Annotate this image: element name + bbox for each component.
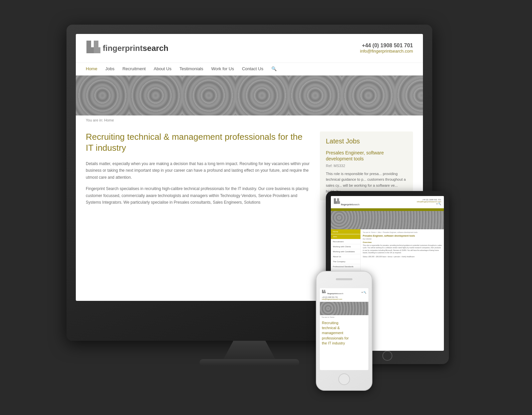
tablet-main-content: You are in: Home > Jobs > Presales Engin… [361, 229, 444, 351]
phone-hero-title: Recruiting technical & management profes… [322, 320, 366, 346]
breadcrumb: You are in: Home [76, 115, 423, 125]
tablet-hero [331, 211, 444, 229]
phone-number: +44 (0) 1908 501 701 [360, 43, 413, 49]
phone-screen: fingerprintsearch ≡ 🔍 +44 (0) 1908 501 7… [320, 288, 368, 370]
content-para-1: Details matter, especially when you are … [86, 160, 310, 181]
content-left: Recruiting technical & management profes… [86, 131, 310, 294]
scene: fingerprintsearch +44 (0) 1908 501 701 i… [66, 25, 466, 391]
tablet-nav-bar [331, 208, 444, 211]
phone-frame: fingerprintsearch ≡ 🔍 +44 (0) 1908 501 7… [316, 271, 372, 391]
nav-home[interactable]: Home [86, 64, 97, 74]
phone-hero-image [320, 302, 368, 315]
tablet-contact-info: +44 (0) 1908 501 701 info@fingerprintsea… [417, 199, 441, 205]
svg-rect-3 [98, 47, 100, 53]
hero-title: Recruiting technical & management profes… [86, 131, 310, 154]
svg-rect-10 [324, 290, 325, 293]
phone-hero [320, 302, 368, 315]
hero-banner [76, 76, 423, 115]
phone-home-button[interactable] [338, 373, 350, 385]
sidebar-item-home[interactable]: Home [331, 229, 360, 234]
svg-rect-5 [335, 201, 337, 204]
svg-rect-6 [337, 198, 339, 204]
tablet-salary: Salary: £80,000 - £90,000 base + bonus +… [363, 256, 442, 258]
logo-area: fingerprintsearch [86, 40, 168, 57]
sidebar-item-working-candidates[interactable]: Working with Candidates [331, 249, 360, 254]
phone-nav-icons[interactable]: ≡ 🔍 [361, 291, 366, 294]
svg-rect-9 [323, 292, 324, 293]
job-ref: Ref: MS332 [326, 164, 407, 168]
sidebar-item-working-clients[interactable]: Working with Clients [331, 244, 360, 249]
phone-device: fingerprintsearch ≡ 🔍 +44 (0) 1908 501 7… [316, 271, 372, 391]
phone-header-row: fingerprintsearch ≡ 🔍 [322, 290, 366, 296]
nav-about[interactable]: About Us [154, 64, 171, 74]
tablet-overview-title: Overview [363, 241, 442, 243]
tablet-header: fingerprintsearch +44 (0) 1908 501 701 i… [331, 196, 444, 208]
phone-header: fingerprintsearch ≡ 🔍 +44 (0) 1908 501 7… [320, 288, 368, 302]
svg-rect-2 [94, 41, 98, 53]
nav-contact[interactable]: Contact Us [242, 64, 263, 74]
svg-rect-0 [86, 41, 91, 53]
tablet-logo-text: fingerprintsearch [341, 203, 359, 206]
tablet-overview-text: This role is responsible for presales; p… [363, 244, 442, 254]
sidebar-item-recruitment[interactable]: Recruitment [331, 239, 360, 244]
nav-recruitment[interactable]: Recruitment [122, 64, 146, 74]
sidebar-item-about[interactable]: About Us [331, 254, 360, 259]
fingerprint-logo-icon [86, 40, 101, 57]
svg-rect-7 [339, 201, 340, 204]
email-address: info@fingerprintsearch.com [360, 49, 413, 54]
phone-breadcrumb: You are in: Home [320, 315, 368, 319]
tablet-breadcrumb: You are in: Home > Jobs > Presales Engin… [363, 231, 442, 233]
nav-testimonials[interactable]: Testimonials [180, 64, 203, 74]
tablet-logo-icon [333, 198, 340, 205]
svg-rect-4 [334, 198, 336, 204]
nav-work-for-us[interactable]: Work for Us [211, 64, 234, 74]
logo-text: fingerprintsearch [103, 44, 168, 53]
tablet-logo: fingerprintsearch [333, 198, 359, 206]
monitor-base [200, 359, 299, 366]
monitor-stand [223, 341, 276, 361]
phone-speaker [336, 278, 352, 280]
phone-contact-info: +44 (0) 1908 501 701 info@fingerprintsea… [322, 296, 366, 300]
sidebar-item-jobs[interactable]: Jobs [331, 234, 360, 239]
hero-logs-image [76, 76, 423, 115]
svg-rect-11 [325, 292, 326, 293]
phone-logo-text: fingerprintsearch [327, 293, 343, 295]
sidebar-item-professional[interactable]: Professional Standards [331, 264, 360, 269]
job-title[interactable]: Presales Engineer, software development … [326, 150, 407, 162]
latest-jobs-panel: Latest Jobs Presales Engineer, software … [320, 131, 413, 201]
sidebar-item-company[interactable]: The Company [331, 259, 360, 264]
nav-jobs[interactable]: Jobs [105, 64, 114, 74]
main-nav: Home Jobs Recruitment About Us Testimoni… [76, 63, 423, 76]
search-icon[interactable]: 🔍 [271, 66, 277, 71]
phone-logo: fingerprintsearch [322, 290, 343, 296]
site-header: fingerprintsearch +44 (0) 1908 501 701 i… [76, 34, 423, 63]
content-para-2: Fingerprint Search specialises in recrui… [86, 185, 310, 206]
tablet-hero-image [331, 211, 444, 229]
tablet-job-ref: Ref: MS332 [363, 238, 442, 240]
latest-jobs-title: Latest Jobs [326, 137, 407, 145]
tablet-job-title[interactable]: Presales Engineer, software development … [363, 235, 442, 237]
phone-main-content: Recruiting technical & management profes… [320, 319, 368, 370]
svg-rect-1 [90, 47, 94, 53]
tablet-home-button[interactable] [382, 351, 392, 361]
contact-info: +44 (0) 1908 501 701 info@fingerprintsea… [360, 43, 413, 54]
svg-rect-8 [322, 290, 324, 293]
phone-logo-icon [322, 290, 326, 294]
phone-website: fingerprintsearch ≡ 🔍 +44 (0) 1908 501 7… [320, 288, 368, 370]
